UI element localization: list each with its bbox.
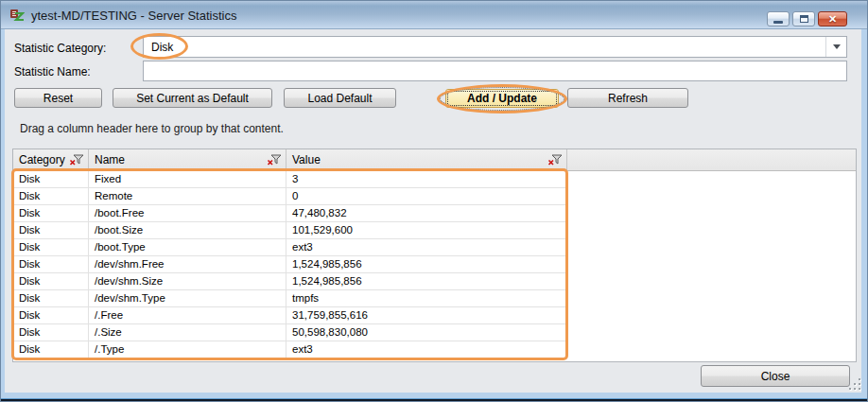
cell-name: /boot.Size	[89, 222, 286, 238]
cell-value: 0	[286, 188, 567, 204]
column-header-value[interactable]: Value	[286, 149, 567, 170]
table-row[interactable]: Disk /dev/shm.Size 1,524,985,856	[13, 273, 567, 290]
group-by-hint: Drag a column header here to group by th…	[20, 122, 284, 135]
statistics-grid: Category Name Value	[12, 149, 857, 362]
maximize-button[interactable]	[792, 11, 815, 26]
refresh-button[interactable]: Refresh	[567, 88, 688, 108]
cell-value: 101,529,600	[286, 222, 567, 238]
combobox-dropdown-button[interactable]	[825, 37, 846, 57]
table-row[interactable]: Disk Remote 0	[13, 188, 567, 205]
table-row[interactable]: Disk /boot.Size 101,529,600	[13, 222, 567, 239]
cell-category: Disk	[13, 324, 89, 341]
filter-icon[interactable]	[267, 154, 282, 166]
chevron-down-icon	[833, 44, 841, 49]
column-header-filler	[567, 149, 856, 170]
table-row[interactable]: Disk /dev/shm.Type tmpfs	[13, 290, 567, 307]
cell-category: Disk	[13, 222, 89, 238]
cell-name: /.Size	[89, 324, 286, 341]
column-header-category[interactable]: Category	[13, 149, 89, 170]
cell-value: 50,598,830,080	[286, 324, 567, 341]
table-row[interactable]: Disk /boot.Type ext3	[13, 239, 567, 256]
table-row[interactable]: Disk /.Free 31,759,855,616	[13, 307, 567, 324]
cell-name: /.Free	[89, 307, 286, 323]
statistic-category-combobox[interactable]: Disk	[143, 36, 847, 58]
statistic-category-label: Statistic Category:	[14, 42, 106, 55]
cell-value: tmpfs	[286, 290, 567, 306]
cell-name: Fixed	[89, 171, 286, 187]
cell-value: 1,524,985,856	[286, 273, 567, 289]
cell-value: 1,524,985,856	[286, 256, 567, 272]
cell-value: ext3	[286, 341, 567, 358]
grid-body: Disk Fixed 3 Disk Remote 0 Disk /boot.Fr…	[13, 171, 856, 361]
cell-category: Disk	[13, 307, 89, 323]
close-icon: ✕	[828, 12, 837, 26]
minimize-icon	[773, 21, 783, 24]
add-update-button[interactable]: Add / Update	[445, 89, 559, 108]
table-row[interactable]: Disk /dev/shm.Free 1,524,985,856	[13, 256, 567, 273]
filter-icon[interactable]	[547, 154, 563, 166]
column-header-name[interactable]: Name	[89, 149, 286, 170]
cell-category: Disk	[13, 290, 89, 306]
filter-icon[interactable]	[69, 154, 84, 166]
app-icon	[9, 8, 25, 23]
cell-value: ext3	[286, 239, 567, 255]
cell-category: Disk	[13, 205, 89, 221]
reset-button[interactable]: Reset	[14, 88, 102, 108]
window-border-right	[861, 29, 867, 401]
window-border-left	[1, 29, 5, 401]
cell-name: /boot.Type	[89, 239, 286, 255]
table-row[interactable]: Disk /.Size 50,598,830,080	[13, 324, 567, 341]
maximize-icon	[800, 15, 808, 23]
cell-category: Disk	[13, 239, 89, 255]
cell-category: Disk	[13, 256, 89, 272]
cell-name: /dev/shm.Size	[89, 273, 286, 289]
close-window-button[interactable]: ✕	[818, 11, 847, 26]
table-row[interactable]: Disk Fixed 3	[13, 171, 567, 188]
cell-name: Remote	[89, 188, 286, 204]
server-statistics-dialog: ytest-MD/TESTING - Server Statistics ✕ S…	[0, 0, 868, 402]
cell-category: Disk	[13, 341, 89, 358]
cell-name: /.Type	[89, 341, 286, 358]
cell-value: 31,759,855,616	[286, 307, 567, 323]
window-border-bottom-edge	[1, 398, 867, 401]
statistic-name-label: Statistic Name:	[14, 65, 91, 79]
cell-name: /dev/shm.Type	[89, 290, 286, 306]
load-default-button[interactable]: Load Default	[284, 88, 396, 108]
cell-category: Disk	[13, 273, 89, 289]
window-title: ytest-MD/TESTING - Server Statistics	[31, 9, 236, 23]
set-current-as-default-button[interactable]: Set Current as Default	[113, 88, 272, 108]
table-row[interactable]: Disk /boot.Free 47,480,832	[13, 205, 567, 222]
grid-header: Category Name Value	[13, 149, 856, 171]
minimize-button[interactable]	[767, 11, 790, 26]
cell-category: Disk	[13, 171, 89, 187]
cell-category: Disk	[13, 188, 89, 204]
cell-value: 47,480,832	[286, 205, 567, 221]
titlebar[interactable]: ytest-MD/TESTING - Server Statistics ✕	[1, 1, 867, 29]
cell-value: 3	[286, 171, 567, 187]
statistic-category-value: Disk	[151, 41, 173, 54]
cell-name: /dev/shm.Free	[89, 256, 286, 272]
table-row[interactable]: Disk /.Type ext3	[13, 341, 567, 358]
cell-name: /boot.Free	[89, 205, 286, 221]
statistic-name-input[interactable]	[143, 61, 847, 81]
resize-grip[interactable]	[849, 378, 862, 392]
close-button[interactable]: Close	[701, 365, 850, 387]
